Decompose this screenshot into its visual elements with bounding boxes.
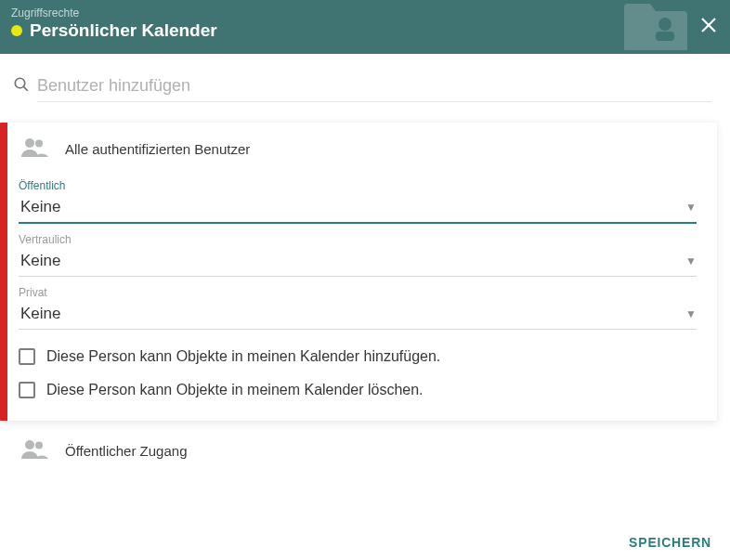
- checkbox-row-can-add[interactable]: Diese Person kann Objekte in meinen Kale…: [19, 348, 697, 365]
- field-private-label: Privat: [19, 286, 697, 299]
- svg-point-9: [35, 442, 43, 449]
- dialog-footer: Speichern: [629, 534, 711, 551]
- checkbox-can-add-label: Diese Person kann Objekte in meinen Kale…: [46, 348, 440, 365]
- field-private: Privat Keine ▼: [19, 286, 697, 330]
- svg-rect-1: [656, 32, 674, 41]
- svg-point-0: [658, 18, 671, 31]
- acl-card: Alle authentifizierten Benutzer Öffentli…: [0, 123, 717, 421]
- people-icon: [20, 439, 48, 462]
- chevron-down-icon: ▼: [685, 307, 697, 320]
- svg-point-6: [25, 138, 34, 148]
- checkbox-can-delete-label: Diese Person kann Objekte in meinem Kale…: [46, 382, 424, 398]
- select-confidential[interactable]: Keine ▼: [19, 248, 697, 277]
- select-public-value: Keine: [20, 198, 60, 216]
- select-public[interactable]: Keine ▼: [19, 194, 697, 224]
- chevron-down-icon: ▼: [685, 201, 697, 214]
- search-icon: [13, 76, 30, 97]
- search-row: [0, 54, 730, 102]
- field-public: Öffentlich Keine ▼: [19, 179, 697, 224]
- contact-folder-icon: [622, 0, 689, 54]
- acl-user-row: Alle authentifizierten Benutzer: [19, 137, 697, 161]
- header-title: Persönlicher Kalender: [30, 20, 217, 41]
- checkbox-can-delete[interactable]: [19, 382, 35, 398]
- close-icon: [700, 17, 717, 33]
- select-private-value: Keine: [20, 305, 60, 323]
- svg-line-5: [24, 87, 28, 91]
- field-public-label: Öffentlich: [19, 179, 697, 192]
- svg-point-4: [15, 78, 25, 88]
- public-access-label: Öffentlicher Zugang: [65, 443, 187, 459]
- public-access-row[interactable]: Öffentlicher Zugang: [0, 421, 730, 462]
- field-confidential: Vertraulich Keine ▼: [19, 233, 697, 277]
- add-user-input[interactable]: [37, 71, 711, 102]
- svg-point-7: [35, 140, 43, 148]
- svg-point-8: [25, 440, 34, 449]
- checkbox-can-add[interactable]: [19, 348, 35, 365]
- close-button[interactable]: [700, 17, 717, 37]
- chevron-down-icon: ▼: [685, 254, 697, 267]
- dialog-header: Zugriffsrechte Persönlicher Kalender: [0, 0, 730, 54]
- save-button[interactable]: Speichern: [629, 535, 711, 550]
- checkbox-row-can-delete[interactable]: Diese Person kann Objekte in meinem Kale…: [19, 382, 697, 398]
- calendar-color-dot: [11, 25, 22, 36]
- select-private[interactable]: Keine ▼: [19, 301, 697, 330]
- acl-user-label: Alle authentifizierten Benutzer: [65, 141, 250, 157]
- people-icon: [20, 137, 48, 161]
- select-confidential-value: Keine: [20, 252, 60, 270]
- field-confidential-label: Vertraulich: [19, 233, 697, 246]
- header-subtitle: Zugriffsrechte: [11, 6, 713, 20]
